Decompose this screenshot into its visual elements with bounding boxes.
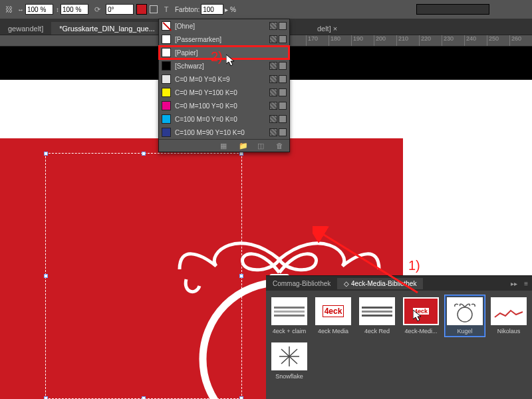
swatch-row[interactable]: C=0 M=0 Y=100 K=0 <box>159 86 289 99</box>
ruler-tick: 250 <box>487 35 499 47</box>
swatch-type-icon <box>279 102 287 110</box>
library-item-label: 4eck Media <box>318 328 348 334</box>
svg-rect-3 <box>274 307 305 309</box>
library-tab-4eck[interactable]: ◇ 4eck-Media-Bibliothek <box>337 278 423 289</box>
rotate-icon[interactable]: ⟳ <box>91 3 103 15</box>
ruler-tick: 170 <box>306 35 318 47</box>
svg-point-10 <box>458 307 472 322</box>
svg-rect-9 <box>362 315 392 317</box>
library-tab-commag[interactable]: Commag-Bibliothek <box>266 278 337 289</box>
text-color-icon[interactable]: T <box>160 3 172 15</box>
swatch-row[interactable]: C=0 M=100 Y=0 K=0 <box>159 99 289 112</box>
ruler-tick: 200 <box>374 35 386 47</box>
cursor-pointer-icon <box>413 310 425 322</box>
library-thumb: 4eck <box>315 297 351 325</box>
library-thumb <box>447 297 483 325</box>
swatch-type-icon <box>269 128 277 136</box>
scale-x-field[interactable]: ↔ <box>17 4 53 15</box>
swatch-type-icon <box>279 22 287 30</box>
library-item-label: Nikolaus <box>497 328 521 334</box>
swatch-type-icon <box>269 75 277 83</box>
svg-rect-5 <box>274 315 305 317</box>
ruler-tick: 230 <box>442 35 454 47</box>
svg-rect-11 <box>492 299 525 324</box>
swatch-type-icon <box>279 62 287 70</box>
swatch-label: C=0 M=100 Y=0 K=0 <box>175 102 269 110</box>
library-item[interactable]: Kugel <box>444 295 485 337</box>
ruler-tick: 240 <box>464 35 476 47</box>
rotate-field[interactable] <box>106 4 134 15</box>
swatch-chip <box>162 74 171 84</box>
farbton-field[interactable]: Farbton: ▸ % <box>175 4 236 15</box>
scale-y-field[interactable]: ↕ <box>56 4 88 15</box>
tab-doc-3[interactable]: delt] × <box>309 22 345 35</box>
swatch-type-icon <box>279 128 287 136</box>
selection-bounds[interactable] <box>45 153 242 399</box>
library-thumb <box>271 297 307 325</box>
trash-icon[interactable]: 🗑 <box>276 142 285 150</box>
swatch-label: [Passermarken] <box>175 36 269 43</box>
library-thumb <box>359 297 395 325</box>
library-item[interactable]: 4eck Red <box>356 295 398 337</box>
swatch-type-icon <box>269 102 277 110</box>
library-item-label: 4eck Red <box>364 328 390 334</box>
swatch-row[interactable]: C=100 M=0 Y=0 K=0 <box>159 112 289 126</box>
folder-icon[interactable]: 📁 <box>239 142 248 150</box>
swatch-chip <box>162 35 171 44</box>
swatch-type-icon <box>269 62 277 70</box>
swatches-panel[interactable]: [Ohne][Passermarken][Papier][Schwarz]C=0… <box>158 19 290 152</box>
swatch-chip <box>162 48 171 57</box>
swatch-row[interactable]: [Ohne] <box>159 19 289 33</box>
swatch-label: [Ohne] <box>175 23 269 30</box>
annotation-step-2: 2) <box>211 49 223 65</box>
ruler-tick: 260 <box>509 35 521 47</box>
swatch-type-icon <box>279 115 287 123</box>
swatch-label: C=0 M=0 Y=100 K=0 <box>175 89 269 96</box>
swatch-chip <box>162 21 171 31</box>
library-grid: 4eck + claim4eck4eck Media4eck Red4eck4e… <box>266 291 532 386</box>
swatch-row[interactable]: C=100 M=90 Y=10 K=0 <box>159 126 289 139</box>
new-swatch-icon[interactable]: ▦ <box>220 142 229 150</box>
ruler-tick: 220 <box>419 35 431 47</box>
fill-swatch-icon[interactable] <box>136 4 147 15</box>
panel-nav-icon[interactable]: ▸▸ <box>508 280 520 287</box>
swatch-row[interactable]: [Passermarken] <box>159 33 289 46</box>
options-toolbar: ⛓ ↔ ↕ ⟳ T Farbton: ▸ % <box>0 0 532 19</box>
svg-marker-2 <box>226 55 234 66</box>
new-icon[interactable]: ◫ <box>257 142 267 150</box>
library-item[interactable]: Nikolaus <box>488 295 529 337</box>
close-tab-icon[interactable]: × <box>333 25 337 33</box>
library-thumb <box>271 342 307 370</box>
swatch-chip <box>162 101 171 110</box>
link-icon[interactable]: ⛓ <box>3 3 15 15</box>
swatch-label: C=100 M=0 Y=0 K=0 <box>175 116 269 123</box>
svg-rect-4 <box>274 311 305 313</box>
library-item[interactable]: Snowflake <box>269 340 310 382</box>
stroke-swatch-icon[interactable] <box>150 5 158 13</box>
library-item-label: Snowflake <box>275 373 303 380</box>
swatch-row[interactable]: [Schwarz] <box>159 59 289 72</box>
tab-doc-2[interactable]: *Grusskarte_DIN_lang_que... <box>51 22 163 35</box>
library-item-label: 4eck-Medi... <box>404 328 437 334</box>
annotation-step-1: 1) <box>408 258 420 273</box>
cursor-arrow-icon <box>226 55 238 66</box>
library-item[interactable]: 4eck + claim <box>269 295 310 337</box>
swatch-row[interactable]: [Papier] <box>159 46 289 59</box>
library-panel: Commag-Bibliothek ◇ 4eck-Media-Bibliothe… <box>266 275 532 399</box>
panel-menu-icon[interactable]: ≡ <box>520 280 532 287</box>
tab-doc-1[interactable]: gewandelt] <box>0 22 51 35</box>
gradient-preview[interactable] <box>416 4 489 15</box>
swatches-footer: ▦ 📁 ◫ 🗑 <box>159 139 289 152</box>
swatch-type-icon <box>269 35 277 43</box>
swatch-type-icon <box>269 22 277 30</box>
library-item-label: Kugel <box>457 328 472 334</box>
swatch-chip <box>162 61 171 70</box>
swatch-type-icon <box>269 88 277 96</box>
swatch-row[interactable]: C=0 M=0 Y=0 K=9 <box>159 72 289 86</box>
library-panel-tabs: Commag-Bibliothek ◇ 4eck-Media-Bibliothe… <box>266 276 532 291</box>
svg-rect-8 <box>362 311 392 313</box>
ruler-tick: 190 <box>351 35 363 47</box>
svg-rect-7 <box>362 307 392 309</box>
swatch-type-icon <box>279 35 287 43</box>
library-item[interactable]: 4eck4eck Media <box>313 295 354 337</box>
